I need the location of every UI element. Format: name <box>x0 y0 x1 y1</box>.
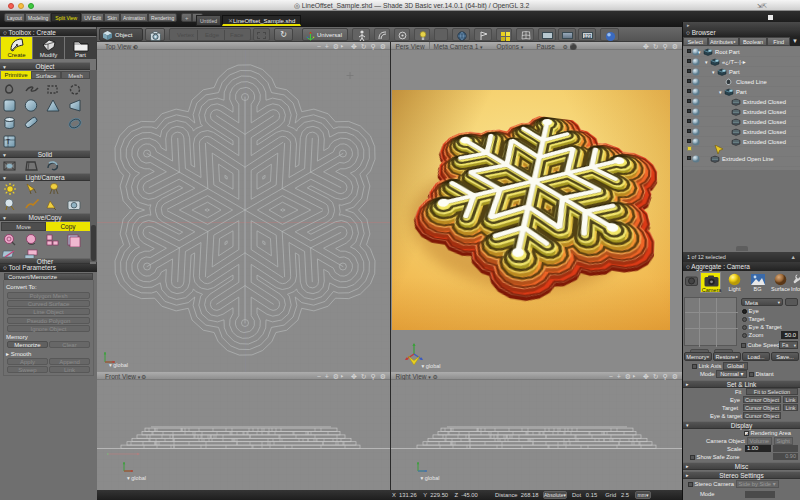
svg-text:T: T <box>6 138 11 145</box>
